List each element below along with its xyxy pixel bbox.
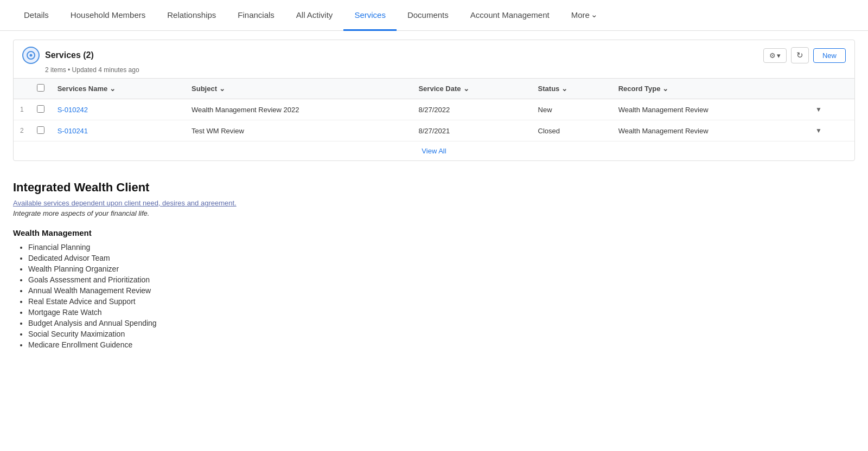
list-item: Mortgage Rate Watch [28,308,855,317]
table-row: 1 S-010242 Wealth Management Review 2022… [14,99,854,120]
iwc-title: Integrated Wealth Client [13,181,855,195]
col-actions [806,79,854,99]
iwc-subtitle-link[interactable]: Available services dependent upon client… [13,199,855,207]
list-item: Financial Planning [28,243,855,252]
col-num [14,79,30,99]
row-select-checkbox-2[interactable] [37,126,44,134]
gear-button[interactable]: ⚙ ▾ [763,48,787,63]
row-record-type-1: Wealth Management Review [612,99,806,120]
sort-icon: ⌄ [561,85,567,93]
services-title: Services (2) [45,50,94,60]
nav-tabs: Details Household Members Relationships … [0,0,868,31]
tab-more[interactable]: More ⌄ [560,0,609,31]
table-header-row: Services Name ⌄ Subject ⌄ [14,79,854,99]
tab-documents[interactable]: Documents [397,1,459,31]
row-dropdown-1[interactable]: ▼ [806,99,854,120]
row-service-date-1: 8/27/2022 [412,99,531,120]
col-record-type[interactable]: Record Type ⌄ [612,79,806,99]
services-table: Services Name ⌄ Subject ⌄ [14,78,854,160]
row-status-2: Closed [532,120,612,141]
services-header: Services (2) ⚙ ▾ ↻ New [14,40,854,66]
table-row: 2 S-010241 Test WM Review 8/27/2021 Clos… [14,120,854,141]
view-all-link[interactable]: View All [422,147,446,155]
services-meta: 2 items • Updated 4 minutes ago [14,66,854,78]
services-panel: Services (2) ⚙ ▾ ↻ New 2 items • Updated… [13,40,855,161]
col-checkbox-header [30,79,51,99]
new-button[interactable]: New [813,48,846,63]
col-status[interactable]: Status ⌄ [532,79,612,99]
row-checkbox-1[interactable] [30,99,51,120]
row-subject-1: Wealth Management Review 2022 [185,99,412,120]
services-icon [22,47,40,64]
iwc-subtitle-italic: Integrate more aspects of your financial… [13,209,855,217]
col-service-date[interactable]: Service Date ⌄ [412,79,531,99]
tab-all-activity[interactable]: All Activity [285,1,344,31]
view-all-row: View All [14,141,854,161]
tab-household-members[interactable]: Household Members [60,1,156,31]
refresh-icon: ↻ [796,50,803,60]
sort-icon: ⌄ [219,85,225,93]
row-select-checkbox-1[interactable] [37,105,44,113]
row-record-type-2: Wealth Management Review [612,120,806,141]
list-item: Budget Analysis and Annual Spending [28,319,855,327]
list-item: Dedicated Advisor Team [28,254,855,262]
wm-list: Financial Planning Dedicated Advisor Tea… [13,243,855,349]
refresh-button[interactable]: ↻ [791,47,809,63]
view-all-cell: View All [14,141,854,161]
list-item: Goals Assessment and Prioritization [28,275,855,284]
row-dropdown-2[interactable]: ▼ [806,120,854,141]
row-checkbox-2[interactable] [30,120,51,141]
tab-relationships[interactable]: Relationships [156,1,227,31]
col-services-name[interactable]: Services Name ⌄ [51,79,185,99]
tab-account-management[interactable]: Account Management [459,1,560,31]
row-status-1: New [532,99,612,120]
row-dropdown-btn-1[interactable]: ▼ [812,105,825,114]
services-header-left: Services (2) [22,47,94,64]
list-item: Real Estate Advice and Support [28,297,855,306]
iwc-section: Integrated Wealth Client Available servi… [13,176,855,356]
page-wrapper: Details Household Members Relationships … [0,0,868,451]
svg-point-1 [30,54,33,57]
list-item: Annual Wealth Management Review [28,286,855,295]
row-service-date-2: 8/27/2021 [412,120,531,141]
row-services-name-2[interactable]: S-010241 [51,120,185,141]
row-num-1: 1 [14,99,30,120]
wm-section-title: Wealth Management [13,228,855,237]
row-num-2: 2 [14,120,30,141]
list-item: Social Security Maximization [28,330,855,338]
select-all-checkbox[interactable] [37,84,44,92]
list-item: Wealth Planning Organizer [28,265,855,273]
tab-services[interactable]: Services [343,1,397,31]
row-dropdown-btn-2[interactable]: ▼ [812,126,825,136]
gear-dropdown-arrow: ▾ [777,51,781,60]
list-item: Medicare Enrollment Guidence [28,340,855,349]
row-subject-2: Test WM Review [185,120,412,141]
services-actions: ⚙ ▾ ↻ New [763,47,846,63]
col-subject[interactable]: Subject ⌄ [185,79,412,99]
tab-details[interactable]: Details [13,1,60,31]
sort-icon: ⌄ [110,85,116,93]
sort-icon: ⌄ [463,85,469,93]
row-services-name-1[interactable]: S-010242 [51,99,185,120]
sort-icon: ⌄ [662,85,668,93]
chevron-down-icon: ⌄ [591,10,598,20]
main-content: Services (2) ⚙ ▾ ↻ New 2 items • Updated… [0,31,868,364]
tab-financials[interactable]: Financials [227,1,285,31]
gear-icon: ⚙ [769,51,776,60]
